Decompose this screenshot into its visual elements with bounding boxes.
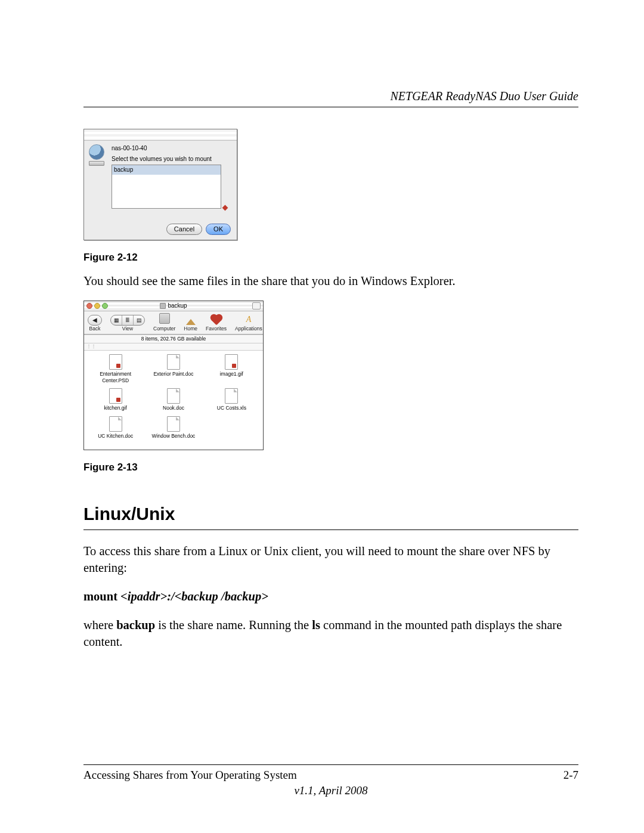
back-button[interactable]: ◀ xyxy=(88,315,102,326)
text-span: is the share name. Running the xyxy=(155,618,312,631)
text-span: where xyxy=(83,618,116,631)
mac-finder-window: backup ◀ Back ▦≣▤ View Computer xyxy=(83,301,264,450)
psd-file-icon xyxy=(109,354,122,370)
mount-command: mount <ipaddr>:/<backup /backup> xyxy=(83,589,578,605)
dialog-prompt: Select the volumes you wish to mount xyxy=(112,155,221,163)
home-label: Home xyxy=(184,326,197,332)
file-name: UC Costs.xls xyxy=(217,405,246,411)
figure-2-13-caption: Figure 2-13 xyxy=(83,461,578,475)
home-icon[interactable] xyxy=(186,319,196,325)
file-item[interactable]: image1.gif xyxy=(204,354,259,385)
file-name: Exterior Paint.doc xyxy=(153,371,193,377)
file-name: UC Kitchen.doc xyxy=(98,433,133,439)
finder-toolbar: ◀ Back ▦≣▤ View Computer Home Favor xyxy=(84,311,263,335)
body-paragraph-1: You should see the same files in the sha… xyxy=(83,273,578,290)
doc-file-icon xyxy=(167,416,180,432)
file-name: Entertainment Center.PSD xyxy=(100,371,131,383)
finder-status-bar: 8 items, 202.76 GB available xyxy=(84,335,263,343)
file-name: Nook.doc xyxy=(163,405,184,411)
computer-label: Computer xyxy=(153,326,175,332)
volumes-listbox[interactable]: backup xyxy=(112,165,221,209)
footer-version: v1.1, April 2008 xyxy=(83,784,578,797)
mount-cmd-arg: <ipaddr>:/<backup /backup> xyxy=(120,590,268,603)
file-item[interactable]: Window Bench.doc xyxy=(145,416,201,440)
volumes-list-item[interactable]: backup xyxy=(112,165,221,175)
mac-mount-dialog: nas-00-10-40 Select the volumes you wish… xyxy=(83,129,237,240)
file-name: image1.gif xyxy=(220,371,243,377)
doc-file-icon xyxy=(167,388,180,404)
figure-2-12-caption: Figure 2-12 xyxy=(83,251,578,265)
file-item[interactable]: Nook.doc xyxy=(145,388,201,412)
file-item[interactable]: Exterior Paint.doc xyxy=(145,354,201,385)
finder-titlebar: backup xyxy=(84,301,263,311)
body-paragraph-2: To access this share from a Linux or Uni… xyxy=(83,543,578,576)
page-footer: Accessing Shares from Your Operating Sys… xyxy=(83,760,578,797)
resize-handle-icon xyxy=(222,205,228,211)
computer-icon[interactable] xyxy=(159,313,170,324)
view-label: View xyxy=(122,326,133,332)
file-item[interactable]: kitchen.gif xyxy=(88,388,143,412)
applications-label: Applications xyxy=(235,326,262,332)
share-icon xyxy=(160,303,166,309)
footer-rule xyxy=(83,764,578,765)
gif-file-icon xyxy=(109,388,122,404)
file-item[interactable]: UC Costs.xls xyxy=(204,388,259,412)
cancel-button[interactable]: Cancel xyxy=(166,224,202,235)
footer-page-number: 2-7 xyxy=(564,769,578,782)
view-switcher[interactable]: ▦≣▤ xyxy=(110,315,145,326)
finder-file-grid: Entertainment Center.PSD Exterior Paint.… xyxy=(84,351,263,450)
applications-icon[interactable]: A xyxy=(246,315,252,324)
ls-command-bold: ls xyxy=(312,618,320,631)
mount-cmd-keyword: mount xyxy=(83,590,120,603)
file-item[interactable]: UC Kitchen.doc xyxy=(88,416,143,440)
dialog-host-name: nas-00-10-40 xyxy=(112,144,221,153)
body-paragraph-3: where backup is the share name. Running … xyxy=(83,617,578,650)
section-rule xyxy=(83,529,578,530)
share-name-bold: backup xyxy=(116,618,155,631)
finder-title: backup xyxy=(168,302,187,310)
favorites-label: Favorites xyxy=(206,326,227,332)
xls-file-icon xyxy=(225,388,238,404)
page-header-title: NETGEAR ReadyNAS Duo User Guide xyxy=(83,89,578,103)
favorites-icon[interactable] xyxy=(211,315,221,325)
dialog-titlebar xyxy=(84,129,237,141)
doc-file-icon xyxy=(167,354,180,370)
network-drive-icon xyxy=(89,144,107,213)
file-name: Window Bench.doc xyxy=(152,433,196,439)
doc-file-icon xyxy=(109,416,122,432)
path-bar-handle[interactable]: ⋮⋮ xyxy=(84,343,263,351)
file-item[interactable]: Entertainment Center.PSD xyxy=(88,354,143,385)
ok-button[interactable]: OK xyxy=(206,224,231,235)
header-rule xyxy=(83,107,578,107)
gif-file-icon xyxy=(225,354,238,370)
section-heading-linux-unix: Linux/Unix xyxy=(83,502,578,527)
footer-section-title: Accessing Shares from Your Operating Sys… xyxy=(83,769,297,782)
file-name: kitchen.gif xyxy=(104,405,127,411)
back-label: Back xyxy=(89,326,101,332)
